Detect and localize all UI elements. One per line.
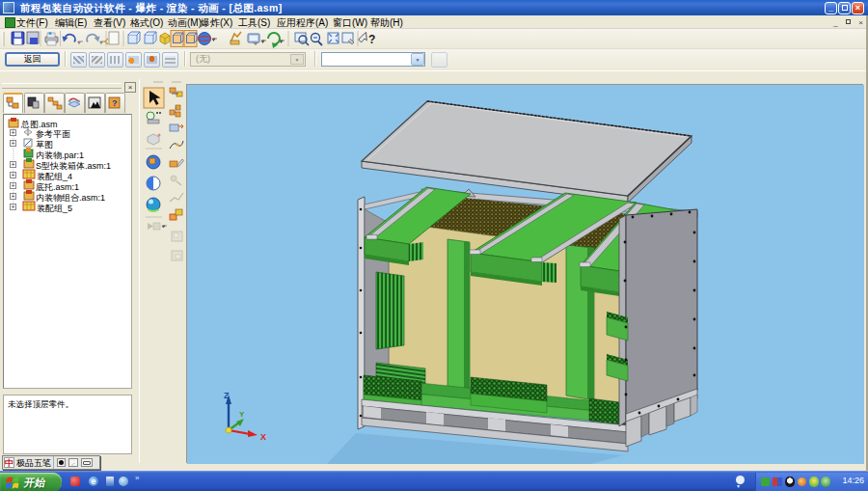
svg-text:X: X [260, 432, 266, 442]
svg-text:Y: Y [239, 410, 245, 419]
svg-text:Z: Z [224, 391, 230, 400]
svg-text:?: ? [112, 98, 118, 108]
svg-text:?: ? [368, 33, 375, 46]
